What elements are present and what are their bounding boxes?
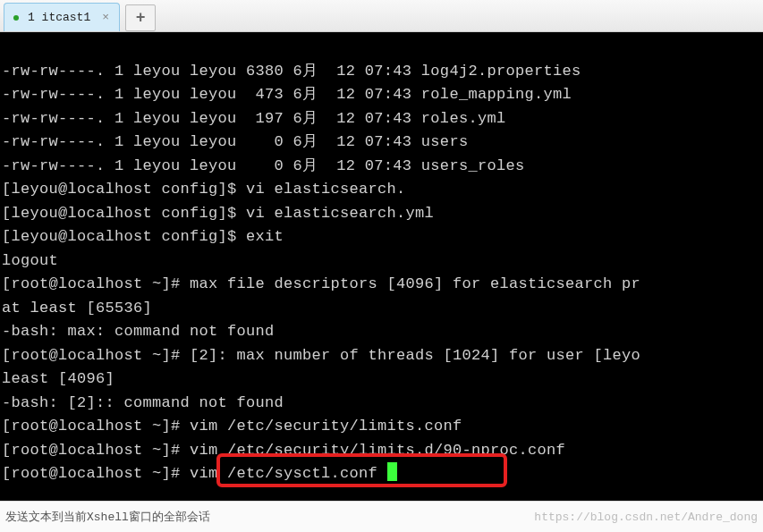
output-line: at least [65536] xyxy=(2,300,152,317)
prompt-line: [root@localhost ~]# vim /etc/security/li… xyxy=(2,442,565,459)
output-line: least [4096] xyxy=(2,370,114,387)
tab-itcast1[interactable]: 1 itcast1 × xyxy=(4,3,120,31)
output-line: logout xyxy=(2,252,58,269)
ls-line: -rw-rw----. 1 leyou leyou 0 6月 12 07:43 … xyxy=(2,133,468,150)
prompt-line: [root@localhost ~]# max file descriptors… xyxy=(2,275,640,292)
watermark: https://blog.csdn.net/Andre_dong xyxy=(534,511,758,524)
cursor xyxy=(387,462,397,481)
ls-line: -rw-rw----. 1 leyou leyou 473 6月 12 07:4… xyxy=(2,86,572,103)
tab-bar: 1 itcast1 × + xyxy=(0,0,763,32)
tab-label: 1 itcast1 xyxy=(28,11,90,24)
terminal-output[interactable]: -rw-rw----. 1 leyou leyou 6380 6月 12 07:… xyxy=(0,32,763,501)
output-line: -bash: max: command not found xyxy=(2,323,275,340)
ls-line: -rw-rw----. 1 leyou leyou 197 6月 12 07:4… xyxy=(2,110,505,127)
status-bar: 发送文本到当前Xshell窗口的全部会话 https://blog.csdn.n… xyxy=(0,501,763,532)
plus-icon: + xyxy=(136,9,146,27)
output-line: -bash: [2]:: command not found xyxy=(2,394,284,411)
prompt-line: [leyou@localhost config]$ exit xyxy=(2,228,284,245)
prompt-line: [leyou@localhost config]$ vi elasticsear… xyxy=(2,181,406,198)
prompt-line: [root@localhost ~]# [2]: max number of t… xyxy=(2,347,640,364)
current-prompt: [root@localhost ~]# xyxy=(2,465,190,482)
current-command: vim /etc/sysctl.conf xyxy=(190,465,387,482)
ls-line: -rw-rw----. 1 leyou leyou 6380 6月 12 07:… xyxy=(2,63,581,80)
new-tab-button[interactable]: + xyxy=(125,4,156,31)
close-icon[interactable]: × xyxy=(99,12,112,24)
prompt-line: [root@localhost ~]# vim /etc/security/li… xyxy=(2,418,462,435)
prompt-line: [leyou@localhost config]$ vi elasticsear… xyxy=(2,205,434,222)
status-text: 发送文本到当前Xshell窗口的全部会话 xyxy=(5,509,210,525)
tab-status-dot xyxy=(13,15,19,21)
ls-line: -rw-rw----. 1 leyou leyou 0 6月 12 07:43 … xyxy=(2,157,524,174)
